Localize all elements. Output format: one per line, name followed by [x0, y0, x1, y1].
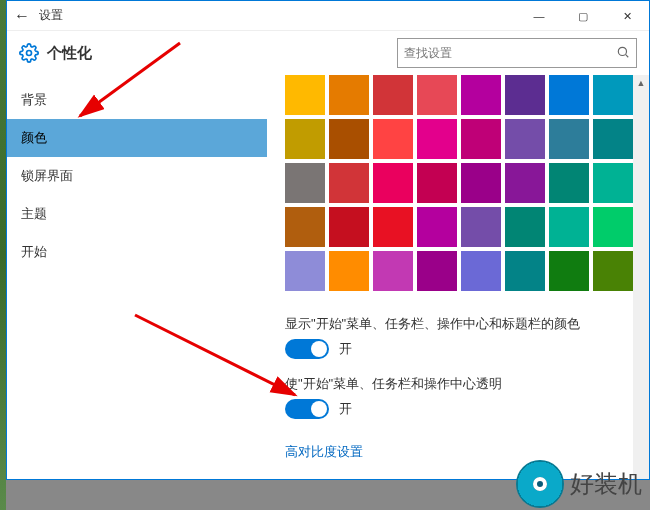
header: 个性化: [7, 31, 649, 75]
color-swatch[interactable]: [593, 119, 633, 159]
color-swatch[interactable]: [285, 119, 325, 159]
color-swatch[interactable]: [285, 75, 325, 115]
color-swatch[interactable]: [505, 251, 545, 291]
sidebar-item-label: 开始: [21, 243, 47, 261]
minimize-button[interactable]: —: [517, 1, 561, 31]
search-box[interactable]: [397, 38, 637, 68]
color-swatch[interactable]: [505, 119, 545, 159]
toggle1-state: 开: [339, 340, 352, 358]
color-swatch[interactable]: [417, 75, 457, 115]
color-swatch[interactable]: [461, 251, 501, 291]
svg-point-1: [618, 47, 626, 55]
sidebar: 背景 颜色 锁屏界面 主题 开始: [7, 75, 267, 479]
watermark: 好装机: [516, 460, 642, 508]
color-grid: [285, 75, 631, 291]
toggle2-label: 使"开始"菜单、任务栏和操作中心透明: [285, 375, 631, 393]
sidebar-item-label: 主题: [21, 205, 47, 223]
titlebar: ← 设置 — ▢ ✕: [7, 1, 649, 31]
watermark-text: 好装机: [570, 468, 642, 500]
sidebar-item-lockscreen[interactable]: 锁屏界面: [7, 157, 267, 195]
back-button[interactable]: ←: [7, 7, 37, 25]
toggle2-state: 开: [339, 400, 352, 418]
toggle2-row: 开: [285, 399, 631, 419]
color-swatch[interactable]: [329, 163, 369, 203]
color-swatch[interactable]: [285, 207, 325, 247]
color-swatch[interactable]: [373, 119, 413, 159]
body: 背景 颜色 锁屏界面 主题 开始 ▲ 显示"开始"菜单、任务栏、操作中心和标题栏…: [7, 75, 649, 479]
color-swatch[interactable]: [329, 207, 369, 247]
color-swatch[interactable]: [373, 251, 413, 291]
sidebar-item-start[interactable]: 开始: [7, 233, 267, 271]
color-swatch[interactable]: [373, 163, 413, 203]
color-swatch[interactable]: [593, 207, 633, 247]
color-swatch[interactable]: [461, 163, 501, 203]
svg-line-2: [626, 54, 629, 57]
sidebar-item-label: 颜色: [21, 129, 47, 147]
sidebar-item-label: 锁屏界面: [21, 167, 73, 185]
color-swatch[interactable]: [417, 163, 457, 203]
color-swatch[interactable]: [329, 75, 369, 115]
color-swatch[interactable]: [549, 119, 589, 159]
maximize-button[interactable]: ▢: [561, 1, 605, 31]
color-swatch[interactable]: [593, 75, 633, 115]
search-icon: [616, 45, 630, 62]
search-input[interactable]: [404, 46, 616, 60]
toggle1-row: 开: [285, 339, 631, 359]
color-swatch[interactable]: [461, 207, 501, 247]
sidebar-item-background[interactable]: 背景: [7, 81, 267, 119]
toggle2-switch[interactable]: [285, 399, 329, 419]
color-swatch[interactable]: [329, 119, 369, 159]
gear-icon: [19, 43, 39, 63]
color-swatch[interactable]: [461, 75, 501, 115]
color-swatch[interactable]: [549, 207, 589, 247]
sidebar-item-label: 背景: [21, 91, 47, 109]
color-swatch[interactable]: [549, 251, 589, 291]
watermark-logo-icon: [516, 460, 564, 508]
high-contrast-link[interactable]: 高对比度设置: [285, 443, 363, 461]
scroll-up-icon[interactable]: ▲: [633, 75, 649, 91]
color-swatch[interactable]: [593, 251, 633, 291]
window-title: 设置: [37, 7, 63, 24]
svg-point-0: [27, 51, 32, 56]
color-swatch[interactable]: [505, 207, 545, 247]
color-swatch[interactable]: [549, 75, 589, 115]
sidebar-item-colors[interactable]: 颜色: [7, 119, 267, 157]
color-swatch[interactable]: [329, 251, 369, 291]
page-title: 个性化: [47, 44, 92, 63]
toggle-knob: [311, 401, 327, 417]
color-swatch[interactable]: [461, 119, 501, 159]
sidebar-item-themes[interactable]: 主题: [7, 195, 267, 233]
color-swatch[interactable]: [505, 75, 545, 115]
color-swatch[interactable]: [505, 163, 545, 203]
color-swatch[interactable]: [285, 163, 325, 203]
color-swatch[interactable]: [373, 75, 413, 115]
color-swatch[interactable]: [373, 207, 413, 247]
scrollbar[interactable]: [633, 75, 649, 479]
settings-window: ← 设置 — ▢ ✕ 个性化 背景 颜色 锁屏界面 主题 开始 ▲: [6, 0, 650, 480]
color-swatch[interactable]: [417, 207, 457, 247]
color-swatch[interactable]: [549, 163, 589, 203]
color-swatch[interactable]: [417, 251, 457, 291]
content-pane: ▲ 显示"开始"菜单、任务栏、操作中心和标题栏的颜色 开 使"开始"菜单、任务栏…: [267, 75, 649, 479]
toggle1-label: 显示"开始"菜单、任务栏、操作中心和标题栏的颜色: [285, 315, 631, 333]
color-swatch[interactable]: [285, 251, 325, 291]
toggle1-switch[interactable]: [285, 339, 329, 359]
color-swatch[interactable]: [593, 163, 633, 203]
color-swatch[interactable]: [417, 119, 457, 159]
close-button[interactable]: ✕: [605, 1, 649, 31]
toggle-knob: [311, 341, 327, 357]
